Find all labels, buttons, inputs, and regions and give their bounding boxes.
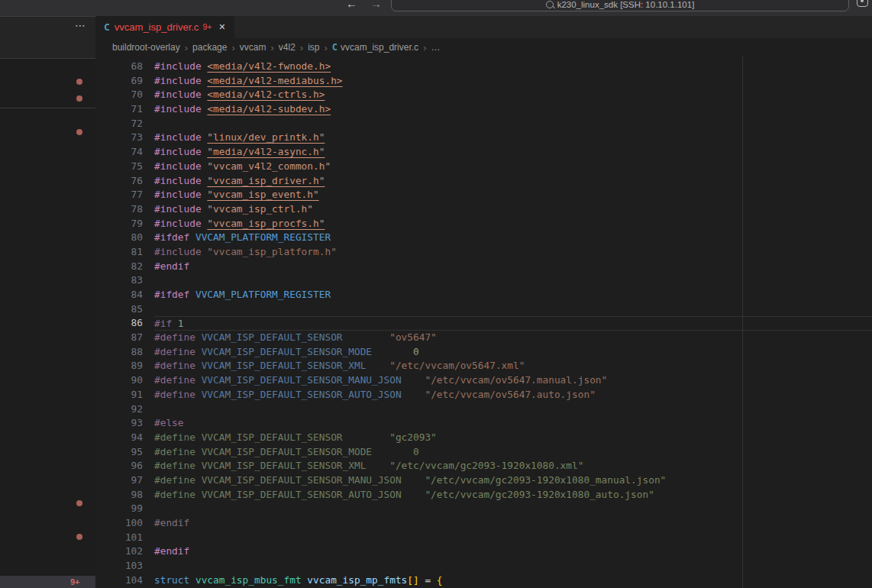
line-number[interactable]: 76 [95, 174, 154, 189]
line-number[interactable]: 74 [95, 145, 154, 160]
code-token: 0 [413, 446, 419, 457]
code-line[interactable] [154, 559, 872, 573]
code-editor[interactable]: 6869707172737475767778798081828384858687… [95, 57, 872, 588]
line-number[interactable]: 102 [95, 544, 154, 559]
command-center[interactable]: k230_linux_sdk [SSH: 10.10.1.101] [391, 0, 849, 11]
code-line[interactable]: #include <media/v4l2-fwnode.h> [154, 60, 872, 74]
line-number[interactable]: 92 [95, 402, 154, 417]
line-number[interactable]: 80 [95, 231, 154, 245]
code-line[interactable]: #define VVCAM_ISP_DEFAULT_SENSOR_MODE 0 [154, 445, 872, 460]
line-number[interactable]: 78 [95, 202, 154, 217]
code-line[interactable]: #else [154, 416, 872, 431]
code-token: #define [154, 374, 202, 386]
list-item[interactable]: 9+ [0, 576, 95, 588]
line-number[interactable]: 97 [95, 473, 154, 488]
code-token: VVCAM_PLATFORM_REGISTER [195, 289, 331, 300]
code-line[interactable] [154, 502, 872, 516]
line-number[interactable]: 100 [95, 516, 154, 531]
line-number[interactable]: 79 [95, 217, 154, 231]
code-line[interactable]: #define VVCAM_ISP_DEFAULT_SENSOR "ov5647… [154, 331, 872, 345]
line-number[interactable]: 103 [95, 559, 154, 573]
code-line[interactable]: #define VVCAM_ISP_DEFAULT_SENSOR_MANU_JS… [154, 473, 872, 488]
line-number[interactable]: 89 [95, 359, 154, 373]
forward-arrow-icon[interactable]: → [370, 0, 382, 10]
line-number[interactable]: 95 [95, 445, 154, 460]
code-line[interactable]: #include "vvcam_isp_driver.h" [154, 174, 872, 189]
line-number[interactable]: 85 [95, 302, 154, 317]
line-number[interactable]: 69 [95, 74, 154, 89]
code-line[interactable]: #endif [154, 544, 872, 559]
breadcrumb-item[interactable]: buildroot-overlay [112, 42, 180, 53]
code-line[interactable]: #define VVCAM_ISP_DEFAULT_SENSOR_MODE 0 [154, 345, 872, 360]
code-line[interactable]: #define VVCAM_ISP_DEFAULT_SENSOR "gc2093… [154, 431, 872, 445]
line-number[interactable]: 72 [95, 117, 154, 131]
code-line[interactable]: #define VVCAM_ISP_DEFAULT_SENSOR_AUTO_JS… [154, 488, 872, 502]
line-number[interactable]: 90 [95, 373, 154, 388]
code-line[interactable] [154, 117, 872, 131]
breadcrumb-item[interactable]: isp [308, 42, 319, 53]
code-token: #define VVCAM_ISP_DEFAULT_SENSOR_AUTO_JS… [154, 489, 425, 500]
code-token: VVCAM_ISP_DEFAULT_SENSOR_MODE [202, 346, 372, 357]
more-actions-icon[interactable]: ⋯ [75, 19, 86, 31]
line-number[interactable]: 88 [95, 345, 154, 360]
code-line[interactable]: #include "vvcam_v4l2_common.h" [154, 160, 872, 174]
code-line[interactable]: #ifdef VVCAM_PLATFORM_REGISTER [154, 231, 872, 245]
line-number[interactable]: 75 [95, 160, 154, 174]
code-line[interactable] [154, 302, 872, 317]
code-line[interactable]: #include "media/v4l2-async.h" [154, 145, 872, 160]
line-number[interactable]: 91 [95, 388, 154, 402]
code-line[interactable]: struct vvcam_isp_mbus_fmt vvcam_isp_mp_f… [154, 573, 872, 588]
line-number[interactable]: 68 [95, 60, 154, 74]
back-arrow-icon[interactable]: ← [346, 0, 357, 10]
tab-label: vvcam_isp_driver.c [115, 21, 199, 33]
line-number[interactable]: 70 [95, 88, 154, 102]
code-line[interactable]: #define VVCAM_ISP_DEFAULT_SENSOR_AUTO_JS… [154, 388, 872, 402]
code-line[interactable]: #include "linux/dev_printk.h" [154, 131, 872, 145]
code-token: #ifdef [154, 231, 195, 243]
code-line[interactable]: #include <media/v4l2-mediabus.h> [154, 74, 872, 89]
line-number[interactable]: 81 [95, 245, 154, 260]
code-line[interactable]: #include "vvcam_isp_procfs.h" [154, 217, 872, 231]
tab-close-icon[interactable]: ✕ [218, 22, 225, 32]
code-line[interactable]: #ifdef VVCAM_PLATFORM_REGISTER [154, 288, 872, 302]
code-line[interactable]: #endif [154, 516, 872, 531]
line-number[interactable]: 104 [95, 573, 154, 588]
line-number[interactable]: 93 [95, 416, 154, 431]
line-number[interactable]: 94 [95, 431, 154, 445]
code-line[interactable]: #if 1 [154, 316, 872, 331]
code-line[interactable] [154, 273, 872, 288]
code-line[interactable]: #endif [154, 260, 872, 274]
code-line[interactable] [154, 531, 872, 545]
code-token: "vvcam_isp_driver.h" [207, 175, 325, 186]
breadcrumb-symbol-ellipsis[interactable]: … [431, 42, 440, 53]
line-number[interactable]: 86 [95, 316, 154, 331]
line-number[interactable]: 98 [95, 488, 154, 502]
line-number[interactable]: 71 [95, 102, 154, 117]
line-number[interactable]: 77 [95, 188, 154, 202]
breadcrumb-item[interactable]: package [192, 42, 227, 53]
breadcrumb-item-file[interactable]: vvcam_isp_driver.c [341, 42, 418, 53]
tab-vvcam-isp-driver[interactable]: C vvcam_isp_driver.c 9+ ✕ [95, 16, 234, 38]
code-line[interactable]: #include "vvcam_isp_platform.h" [154, 245, 872, 260]
breadcrumb-item[interactable]: vvcam [240, 42, 266, 53]
line-number[interactable]: 73 [95, 131, 154, 145]
code-line[interactable]: #define VVCAM_ISP_DEFAULT_SENSOR_XML "/e… [154, 359, 872, 373]
line-number[interactable]: 96 [95, 459, 154, 473]
code-line[interactable]: #include "vvcam_isp_event.h" [154, 188, 872, 202]
code-line[interactable]: #define VVCAM_ISP_DEFAULT_SENSOR_MANU_JS… [154, 373, 872, 388]
code-line[interactable] [154, 402, 872, 417]
code-lines: #include <media/v4l2-fwnode.h>#include <… [154, 60, 872, 587]
line-number[interactable]: 87 [95, 331, 154, 345]
line-number[interactable]: 82 [95, 260, 154, 274]
line-number[interactable]: 99 [95, 502, 154, 516]
line-number[interactable]: 101 [95, 531, 154, 545]
code-line[interactable]: #define VVCAM_ISP_DEFAULT_SENSOR_XML "/e… [154, 459, 872, 473]
code-line[interactable]: #include <media/v4l2-subdev.h> [154, 102, 872, 117]
customize-layout-icon[interactable] [857, 0, 868, 7]
line-number[interactable]: 83 [95, 273, 154, 288]
breadcrumb-item[interactable]: v4l2 [279, 42, 296, 53]
chevron-right-icon: › [423, 42, 426, 53]
line-number[interactable]: 84 [95, 288, 154, 302]
code-line[interactable]: #include <media/v4l2-ctrls.h> [154, 88, 872, 102]
code-line[interactable]: #include "vvcam_isp_ctrl.h" [154, 202, 872, 217]
